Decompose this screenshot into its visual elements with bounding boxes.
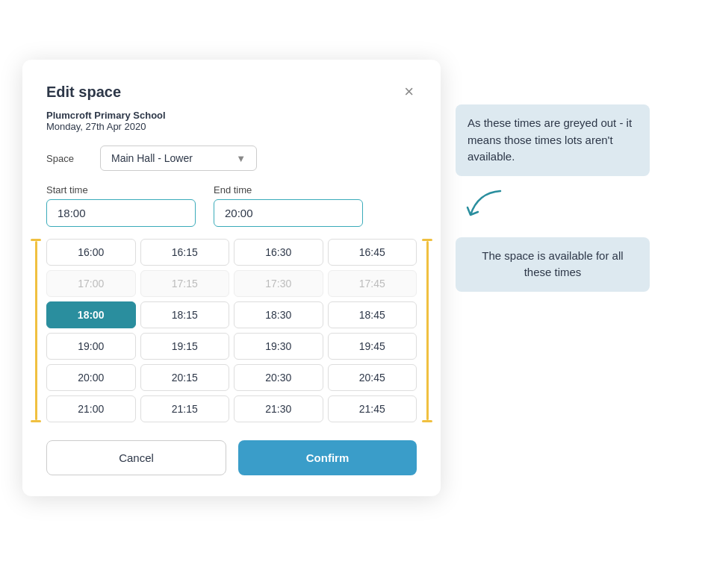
start-time-label: Start time xyxy=(46,184,196,196)
callout-greyed: As these times are greyed out - it means… xyxy=(456,104,650,176)
modal-title: Edit space xyxy=(46,84,121,101)
start-time-input[interactable] xyxy=(46,199,196,227)
time-cell[interactable]: 19:15 xyxy=(140,333,230,360)
arrow-wrap xyxy=(456,187,650,222)
time-cell[interactable]: 18:15 xyxy=(140,301,230,328)
time-cell[interactable]: 16:15 xyxy=(140,239,230,266)
time-grid-wrapper: 16:0016:1516:3016:4517:0017:1517:3017:45… xyxy=(46,239,417,422)
space-row: Space Main Hall - Lower ▼ xyxy=(46,146,417,171)
cancel-button[interactable]: Cancel xyxy=(46,440,226,475)
callouts: As these times are greyed out - it means… xyxy=(456,104,650,292)
time-cell[interactable]: 20:15 xyxy=(140,364,230,391)
time-cell[interactable]: 20:00 xyxy=(46,364,136,391)
confirm-button[interactable]: Confirm xyxy=(238,440,417,475)
modal-header: Edit space × xyxy=(46,84,417,101)
time-cell[interactable]: 21:45 xyxy=(328,395,417,422)
chevron-down-icon: ▼ xyxy=(236,153,246,164)
time-cell[interactable]: 21:15 xyxy=(140,395,230,422)
space-dropdown[interactable]: Main Hall - Lower ▼ xyxy=(100,146,257,171)
time-cell[interactable]: 19:45 xyxy=(328,333,417,360)
end-time-input[interactable] xyxy=(214,199,363,227)
time-cell[interactable]: 21:00 xyxy=(46,395,136,422)
time-cell: 17:00 xyxy=(46,270,136,297)
time-cell[interactable]: 16:00 xyxy=(46,239,136,266)
time-cell[interactable]: 19:30 xyxy=(234,333,323,360)
time-cell: 17:30 xyxy=(234,270,323,297)
end-time-label: End time xyxy=(214,184,363,196)
bracket-right xyxy=(424,239,430,422)
start-time-col: Start time xyxy=(46,184,196,227)
time-cell[interactable]: 20:45 xyxy=(328,364,417,391)
time-cell[interactable]: 18:45 xyxy=(328,301,417,328)
time-cell[interactable]: 16:45 xyxy=(328,239,417,266)
end-time-col: End time xyxy=(214,184,363,227)
time-inputs-row: Start time End time xyxy=(46,184,417,227)
arrow-icon xyxy=(463,187,508,222)
bracket-left xyxy=(33,239,39,422)
modal-area: Edit space × Plumcroft Primary School Mo… xyxy=(22,60,680,496)
time-cell: 17:15 xyxy=(140,270,230,297)
time-cell[interactable]: 21:30 xyxy=(234,395,323,422)
school-date: Monday, 27th Apr 2020 xyxy=(46,121,417,132)
callout-available: The space is available for all these tim… xyxy=(456,237,650,292)
space-label: Space xyxy=(46,153,88,164)
page-wrapper: Edit space × Plumcroft Primary School Mo… xyxy=(0,0,702,588)
modal: Edit space × Plumcroft Primary School Mo… xyxy=(22,60,441,496)
close-button[interactable]: × xyxy=(401,84,417,100)
time-grid: 16:0016:1516:3016:4517:0017:1517:3017:45… xyxy=(46,239,417,422)
school-name: Plumcroft Primary School xyxy=(46,110,417,121)
time-cell: 17:45 xyxy=(328,270,417,297)
space-value: Main Hall - Lower xyxy=(111,152,193,164)
time-cell[interactable]: 18:30 xyxy=(234,301,323,328)
time-cell[interactable]: 18:00 xyxy=(46,301,136,328)
btn-row: Cancel Confirm xyxy=(46,440,417,475)
time-cell[interactable]: 20:30 xyxy=(234,364,323,391)
time-cell[interactable]: 16:30 xyxy=(234,239,323,266)
time-cell[interactable]: 19:00 xyxy=(46,333,136,360)
